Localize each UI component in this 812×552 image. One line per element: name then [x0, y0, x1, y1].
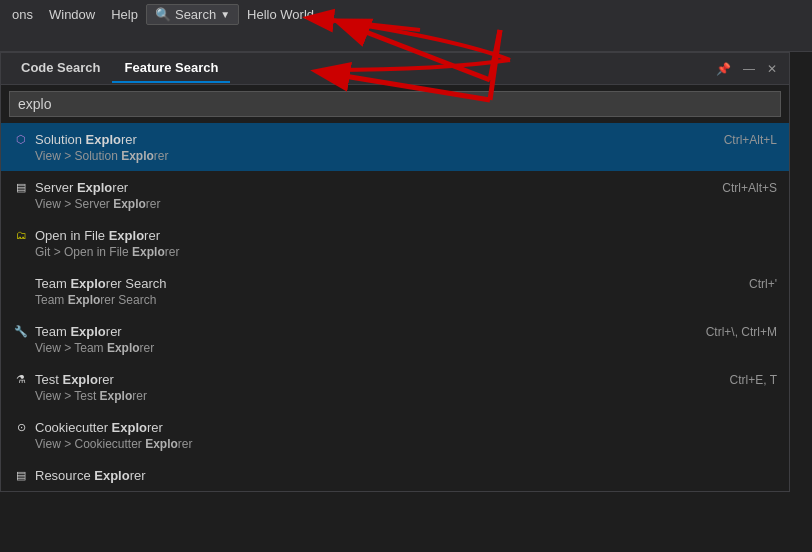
shortcut: Ctrl+Alt+L: [724, 131, 777, 147]
close-button[interactable]: ✕: [763, 61, 781, 77]
search-input-row: [1, 85, 789, 123]
list-item[interactable]: ⊙ Cookiecutter Explorer View > Cookiecut…: [1, 411, 789, 459]
result-left: ▤ Server Explorer View > Server Explorer: [13, 179, 161, 211]
result-left: ▤ Resource Explorer: [13, 467, 146, 483]
shortcut: Ctrl+\, Ctrl+M: [706, 323, 777, 339]
result-path: View > Team Explorer: [13, 341, 154, 355]
panel-controls: 📌 — ✕: [712, 61, 781, 77]
result-left: ⬡ Solution Explorer View > Solution Expl…: [13, 131, 169, 163]
result-name: Test Explorer: [35, 372, 114, 387]
result-title: ▤ Server Explorer: [13, 179, 161, 195]
result-name: Server Explorer: [35, 180, 128, 195]
resource-icon: ▤: [13, 467, 29, 483]
hello-world-title: Hello World: [239, 5, 322, 24]
minimize-button[interactable]: —: [739, 61, 759, 77]
list-item[interactable]: 🔧 Team Explorer View > Team Explorer Ctr…: [1, 315, 789, 363]
list-item[interactable]: ⬡ Solution Explorer View > Solution Expl…: [1, 123, 789, 171]
result-left: ⚗ Test Explorer View > Test Explorer: [13, 371, 147, 403]
menu-ons[interactable]: ons: [4, 5, 41, 24]
result-title: ▤ Resource Explorer: [13, 467, 146, 483]
solution-icon: ⬡: [13, 131, 29, 147]
results-list: ⬡ Solution Explorer View > Solution Expl…: [1, 123, 789, 491]
result-title: 🗂 Open in File Explorer: [13, 227, 179, 243]
list-item[interactable]: 🗂 Open in File Explorer Git > Open in Fi…: [1, 219, 789, 267]
tabs-left: Code Search Feature Search: [9, 54, 230, 83]
file-icon: 🗂: [13, 227, 29, 243]
team-search-icon: [13, 275, 29, 291]
cookie-icon: ⊙: [13, 419, 29, 435]
team-icon: 🔧: [13, 323, 29, 339]
search-panel: Code Search Feature Search 📌 — ✕ ⬡ Solut…: [0, 52, 790, 492]
search-input[interactable]: [9, 91, 781, 117]
search-icon: 🔍: [155, 7, 171, 22]
server-icon: ▤: [13, 179, 29, 195]
list-item[interactable]: ▤ Server Explorer View > Server Explorer…: [1, 171, 789, 219]
tabs-row: Code Search Feature Search 📌 — ✕: [1, 53, 789, 85]
toolbar-row: [0, 28, 812, 52]
test-icon: ⚗: [13, 371, 29, 387]
result-title: ⊙ Cookiecutter Explorer: [13, 419, 193, 435]
result-path: View > Server Explorer: [13, 197, 161, 211]
menu-bar: ons Window Help 🔍 Search ▼ Hello World: [0, 0, 812, 28]
result-left: 🔧 Team Explorer View > Team Explorer: [13, 323, 154, 355]
list-item[interactable]: Team Explorer Search Team Explorer Searc…: [1, 267, 789, 315]
result-title: Team Explorer Search: [13, 275, 167, 291]
result-name: Team Explorer: [35, 324, 122, 339]
result-path: Git > Open in File Explorer: [13, 245, 179, 259]
tab-feature-search[interactable]: Feature Search: [112, 54, 230, 83]
result-title: 🔧 Team Explorer: [13, 323, 154, 339]
result-left: Team Explorer Search Team Explorer Searc…: [13, 275, 167, 307]
search-button-label: Search: [175, 7, 216, 22]
result-path: View > Test Explorer: [13, 389, 147, 403]
menu-help[interactable]: Help: [103, 5, 146, 24]
result-left: 🗂 Open in File Explorer Git > Open in Fi…: [13, 227, 179, 259]
result-path: View > Cookiecutter Explorer: [13, 437, 193, 451]
result-title: ⬡ Solution Explorer: [13, 131, 169, 147]
result-left: ⊙ Cookiecutter Explorer View > Cookiecut…: [13, 419, 193, 451]
result-name: Open in File Explorer: [35, 228, 160, 243]
pin-button[interactable]: 📌: [712, 61, 735, 77]
list-item[interactable]: ▤ Resource Explorer: [1, 459, 789, 491]
shortcut: Ctrl+E, T: [730, 371, 777, 387]
result-title: ⚗ Test Explorer: [13, 371, 147, 387]
result-name: Solution Explorer: [35, 132, 137, 147]
result-name: Cookiecutter Explorer: [35, 420, 163, 435]
shortcut: Ctrl+': [749, 275, 777, 291]
shortcut: Ctrl+Alt+S: [722, 179, 777, 195]
list-item[interactable]: ⚗ Test Explorer View > Test Explorer Ctr…: [1, 363, 789, 411]
tab-code-search[interactable]: Code Search: [9, 54, 112, 83]
result-path: View > Solution Explorer: [13, 149, 169, 163]
result-name: Resource Explorer: [35, 468, 146, 483]
result-name: Team Explorer Search: [35, 276, 167, 291]
dropdown-arrow-icon: ▼: [220, 9, 230, 20]
menu-window[interactable]: Window: [41, 5, 103, 24]
search-button[interactable]: 🔍 Search ▼: [146, 4, 239, 25]
result-path: Team Explorer Search: [13, 293, 167, 307]
